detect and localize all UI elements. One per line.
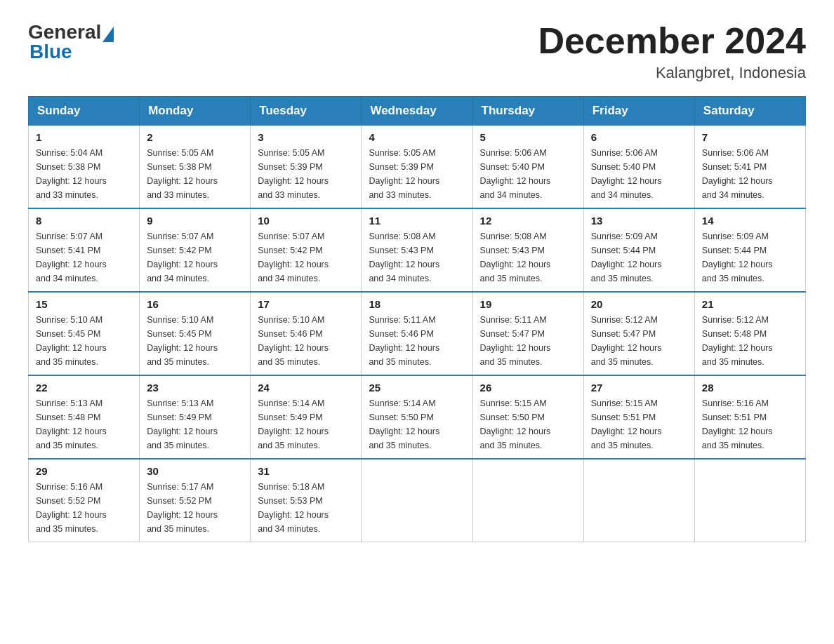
calendar-week-row: 15 Sunrise: 5:10 AM Sunset: 5:45 PM Dayl…	[29, 292, 806, 375]
day-info: Sunrise: 5:09 AM Sunset: 5:44 PM Dayligh…	[591, 229, 687, 286]
table-row: 15 Sunrise: 5:10 AM Sunset: 5:45 PM Dayl…	[29, 292, 140, 375]
day-number: 1	[36, 131, 132, 143]
day-number: 13	[591, 215, 687, 227]
day-info: Sunrise: 5:10 AM Sunset: 5:45 PM Dayligh…	[36, 313, 132, 369]
table-row: 22 Sunrise: 5:13 AM Sunset: 5:48 PM Dayl…	[29, 375, 140, 459]
day-info: Sunrise: 5:06 AM Sunset: 5:40 PM Dayligh…	[480, 146, 576, 202]
day-info: Sunrise: 5:06 AM Sunset: 5:40 PM Dayligh…	[591, 146, 687, 202]
day-number: 26	[480, 382, 576, 394]
table-row: 3 Sunrise: 5:05 AM Sunset: 5:39 PM Dayli…	[251, 126, 362, 209]
day-info: Sunrise: 5:16 AM Sunset: 5:52 PM Dayligh…	[36, 480, 132, 536]
calendar-week-row: 8 Sunrise: 5:07 AM Sunset: 5:41 PM Dayli…	[29, 208, 806, 292]
table-row: 30 Sunrise: 5:17 AM Sunset: 5:52 PM Dayl…	[140, 459, 251, 542]
day-info: Sunrise: 5:08 AM Sunset: 5:43 PM Dayligh…	[369, 229, 465, 286]
table-row: 28 Sunrise: 5:16 AM Sunset: 5:51 PM Dayl…	[694, 375, 805, 459]
day-number: 19	[480, 298, 576, 310]
day-info: Sunrise: 5:13 AM Sunset: 5:49 PM Dayligh…	[147, 396, 243, 452]
day-info: Sunrise: 5:11 AM Sunset: 5:47 PM Dayligh…	[480, 313, 576, 369]
day-number: 23	[147, 382, 243, 394]
table-row: 13 Sunrise: 5:09 AM Sunset: 5:44 PM Dayl…	[583, 208, 694, 292]
day-number: 4	[369, 131, 465, 143]
day-number: 11	[369, 215, 465, 227]
day-info: Sunrise: 5:14 AM Sunset: 5:50 PM Dayligh…	[369, 396, 465, 452]
day-info: Sunrise: 5:05 AM Sunset: 5:39 PM Dayligh…	[258, 146, 354, 202]
location-text: Kalangbret, Indonesia	[538, 64, 806, 82]
day-number: 22	[36, 382, 132, 394]
day-info: Sunrise: 5:05 AM Sunset: 5:39 PM Dayligh…	[369, 146, 465, 202]
header-wednesday: Wednesday	[362, 97, 472, 126]
table-row: 4 Sunrise: 5:05 AM Sunset: 5:39 PM Dayli…	[362, 126, 472, 209]
logo-triangle-icon	[102, 27, 114, 42]
table-row: 31 Sunrise: 5:18 AM Sunset: 5:53 PM Dayl…	[251, 459, 362, 542]
table-row: 6 Sunrise: 5:06 AM Sunset: 5:40 PM Dayli…	[583, 126, 694, 209]
table-row: 16 Sunrise: 5:10 AM Sunset: 5:45 PM Dayl…	[140, 292, 251, 375]
table-row: 11 Sunrise: 5:08 AM Sunset: 5:43 PM Dayl…	[362, 208, 472, 292]
day-number: 16	[147, 298, 243, 310]
day-number: 7	[702, 131, 798, 143]
day-info: Sunrise: 5:07 AM Sunset: 5:41 PM Dayligh…	[36, 229, 132, 286]
header-saturday: Saturday	[694, 97, 805, 126]
table-row: 18 Sunrise: 5:11 AM Sunset: 5:46 PM Dayl…	[362, 292, 472, 375]
header-monday: Monday	[140, 97, 251, 126]
table-row: 7 Sunrise: 5:06 AM Sunset: 5:41 PM Dayli…	[694, 126, 805, 209]
table-row: 23 Sunrise: 5:13 AM Sunset: 5:49 PM Dayl…	[140, 375, 251, 459]
table-row: 19 Sunrise: 5:11 AM Sunset: 5:47 PM Dayl…	[472, 292, 583, 375]
header-tuesday: Tuesday	[251, 97, 362, 126]
logo: General Blue	[28, 21, 115, 63]
table-row	[694, 459, 805, 542]
day-number: 2	[147, 131, 243, 143]
calendar-week-row: 1 Sunrise: 5:04 AM Sunset: 5:38 PM Dayli…	[29, 126, 806, 209]
table-row: 10 Sunrise: 5:07 AM Sunset: 5:42 PM Dayl…	[251, 208, 362, 292]
calendar-week-row: 29 Sunrise: 5:16 AM Sunset: 5:52 PM Dayl…	[29, 459, 806, 542]
table-row: 2 Sunrise: 5:05 AM Sunset: 5:38 PM Dayli…	[140, 126, 251, 209]
day-info: Sunrise: 5:11 AM Sunset: 5:46 PM Dayligh…	[369, 313, 465, 369]
table-row: 5 Sunrise: 5:06 AM Sunset: 5:40 PM Dayli…	[472, 126, 583, 209]
title-section: December 2024 Kalangbret, Indonesia	[538, 21, 806, 82]
month-title: December 2024	[538, 21, 806, 61]
day-info: Sunrise: 5:10 AM Sunset: 5:45 PM Dayligh…	[147, 313, 243, 369]
day-number: 6	[591, 131, 687, 143]
day-number: 10	[258, 215, 354, 227]
calendar-table: Sunday Monday Tuesday Wednesday Thursday…	[28, 96, 806, 542]
table-row	[583, 459, 694, 542]
table-row: 1 Sunrise: 5:04 AM Sunset: 5:38 PM Dayli…	[29, 126, 140, 209]
day-number: 27	[591, 382, 687, 394]
table-row: 24 Sunrise: 5:14 AM Sunset: 5:49 PM Dayl…	[251, 375, 362, 459]
day-number: 15	[36, 298, 132, 310]
page-header: General Blue December 2024 Kalangbret, I…	[28, 21, 806, 82]
header-sunday: Sunday	[29, 97, 140, 126]
day-info: Sunrise: 5:12 AM Sunset: 5:48 PM Dayligh…	[702, 313, 798, 369]
table-row: 9 Sunrise: 5:07 AM Sunset: 5:42 PM Dayli…	[140, 208, 251, 292]
day-number: 24	[258, 382, 354, 394]
header-thursday: Thursday	[472, 97, 583, 126]
day-number: 28	[702, 382, 798, 394]
header-friday: Friday	[583, 97, 694, 126]
day-info: Sunrise: 5:18 AM Sunset: 5:53 PM Dayligh…	[258, 480, 354, 536]
day-info: Sunrise: 5:07 AM Sunset: 5:42 PM Dayligh…	[258, 229, 354, 286]
day-number: 9	[147, 215, 243, 227]
day-info: Sunrise: 5:13 AM Sunset: 5:48 PM Dayligh…	[36, 396, 132, 452]
day-info: Sunrise: 5:07 AM Sunset: 5:42 PM Dayligh…	[147, 229, 243, 286]
day-number: 5	[480, 131, 576, 143]
day-number: 20	[591, 298, 687, 310]
day-info: Sunrise: 5:16 AM Sunset: 5:51 PM Dayligh…	[702, 396, 798, 452]
table-row	[472, 459, 583, 542]
day-info: Sunrise: 5:05 AM Sunset: 5:38 PM Dayligh…	[147, 146, 243, 202]
table-row: 26 Sunrise: 5:15 AM Sunset: 5:50 PM Dayl…	[472, 375, 583, 459]
calendar-week-row: 22 Sunrise: 5:13 AM Sunset: 5:48 PM Dayl…	[29, 375, 806, 459]
day-info: Sunrise: 5:09 AM Sunset: 5:44 PM Dayligh…	[702, 229, 798, 286]
day-info: Sunrise: 5:04 AM Sunset: 5:38 PM Dayligh…	[36, 146, 132, 202]
day-number: 8	[36, 215, 132, 227]
day-info: Sunrise: 5:15 AM Sunset: 5:50 PM Dayligh…	[480, 396, 576, 452]
day-info: Sunrise: 5:17 AM Sunset: 5:52 PM Dayligh…	[147, 480, 243, 536]
table-row: 17 Sunrise: 5:10 AM Sunset: 5:46 PM Dayl…	[251, 292, 362, 375]
day-info: Sunrise: 5:12 AM Sunset: 5:47 PM Dayligh…	[591, 313, 687, 369]
day-number: 3	[258, 131, 354, 143]
table-row: 21 Sunrise: 5:12 AM Sunset: 5:48 PM Dayl…	[694, 292, 805, 375]
day-number: 18	[369, 298, 465, 310]
calendar-header-row: Sunday Monday Tuesday Wednesday Thursday…	[29, 97, 806, 126]
table-row	[362, 459, 472, 542]
table-row: 20 Sunrise: 5:12 AM Sunset: 5:47 PM Dayl…	[583, 292, 694, 375]
logo-blue-text: Blue	[29, 41, 72, 62]
day-number: 12	[480, 215, 576, 227]
